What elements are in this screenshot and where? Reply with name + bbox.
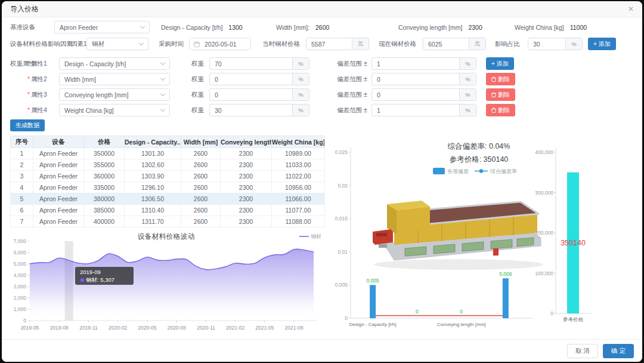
cancel-button[interactable]: 取 消 <box>567 344 598 358</box>
chevron-down-icon <box>160 60 165 65</box>
impact-value[interactable] <box>528 38 565 50</box>
delete-attribute-button[interactable]: 删除 <box>486 73 515 85</box>
add-factor-button[interactable]: +添加 <box>588 38 616 50</box>
plusminus-label: ± <box>364 57 367 69</box>
confirm-button[interactable]: 确 定 <box>603 344 634 358</box>
table-cell: Apron Feeder <box>33 193 84 205</box>
table-cell: 1296.10 <box>125 182 181 193</box>
weight-input[interactable]: % <box>209 73 309 85</box>
delete-attribute-button[interactable]: 删除 <box>486 104 515 116</box>
attribute-label: *属性3 <box>27 88 47 100</box>
factor1-label: *因素1 <box>67 38 87 50</box>
factor1-select[interactable]: 钢材 <box>86 38 148 50</box>
weight-input[interactable]: % <box>209 88 309 101</box>
table-cell: Apron Feeder <box>33 159 84 171</box>
table-cell: 2 <box>11 159 33 171</box>
deviation-input[interactable]: % <box>371 57 476 70</box>
chevron-down-icon <box>140 24 145 29</box>
yuan-unit: 元 <box>469 38 485 50</box>
now-price-input[interactable]: 元 <box>423 38 486 50</box>
table-cell: 360000 <box>84 171 125 182</box>
generate-data-button[interactable]: 生成数据 <box>10 119 45 131</box>
now-price-value[interactable] <box>423 38 469 50</box>
attribute-select[interactable]: Design - Capacity [t/h] <box>59 57 170 70</box>
deviation-input[interactable]: % <box>371 88 476 101</box>
required-asterisk: * <box>27 60 30 67</box>
purchase-date-value[interactable] <box>200 38 250 50</box>
attribute-value: Design - Capacity [t/h] <box>64 60 161 67</box>
table-row[interactable]: 5Apron Feeder3800001306.502600230011066.… <box>11 193 325 205</box>
weight-attribute-row: *属性3Conveying length [mm]权重%偏差范围±%删除 <box>2 88 642 101</box>
weight-value[interactable] <box>210 104 292 116</box>
table-cell: 2300 <box>221 205 272 216</box>
deviation-value[interactable] <box>372 104 459 116</box>
reference-price-bar-chart[interactable]: 0100,000200,000300,000400,000350140参考价格 <box>518 130 640 337</box>
svg-text:2020-02: 2020-02 <box>109 325 127 331</box>
weight-attribute-row: *属性1Design - Capacity [t/h]权重%偏差范围±%+添加 <box>2 57 642 70</box>
attribute-select[interactable]: Conveying length [mm] <box>59 88 170 101</box>
deviation-value[interactable] <box>372 89 459 100</box>
table-cell: Apron Feeder <box>33 205 84 216</box>
table-cell: 1303.90 <box>125 171 181 182</box>
attribute-label: *属性2 <box>27 73 47 85</box>
table-cell: 10956.00 <box>272 182 325 193</box>
purchase-date-input[interactable] <box>189 38 251 50</box>
svg-text:5,000: 5,000 <box>14 261 27 267</box>
deviation-input[interactable]: % <box>371 104 476 116</box>
table-cell: Apron Feeder <box>33 148 84 159</box>
deviation-value[interactable] <box>372 73 459 85</box>
table-cell: 11022.00 <box>272 171 325 182</box>
weight-label: 权重 <box>191 73 204 85</box>
delete-attribute-button[interactable]: 删除 <box>486 88 515 101</box>
svg-text:2019-11: 2019-11 <box>79 325 98 331</box>
table-row[interactable]: 1Apron Feeder3500001301.302600230010989.… <box>11 148 325 159</box>
svg-text:0.01: 0.01 <box>338 249 348 255</box>
weight-input[interactable]: % <box>209 57 309 70</box>
material-price-line-chart[interactable]: 01,0002,0003,0004,0005,0006,0007,0002019… <box>8 230 324 334</box>
svg-text:4,000: 4,000 <box>14 272 27 278</box>
table-row[interactable]: 6Apron Feeder3850001310.402600230011077.… <box>11 205 325 216</box>
svg-text:Design - Capacity [t/h]: Design - Capacity [t/h] <box>349 322 397 327</box>
attribute-label: *属性1 <box>27 57 47 69</box>
close-icon[interactable]: ✕ <box>628 5 634 13</box>
table-cell: 2300 <box>221 193 272 205</box>
attribute-select[interactable]: Weight China [kg] <box>59 104 170 116</box>
table-column-header: Conveying length... <box>221 136 272 148</box>
table-cell: 10989.00 <box>272 148 325 159</box>
percent-unit: % <box>292 89 309 100</box>
then-price-input[interactable]: 元 <box>306 38 369 50</box>
table-cell: 2600 <box>181 148 221 159</box>
impact-input[interactable]: % <box>528 38 583 50</box>
table-cell: 3 <box>11 171 33 182</box>
weight-label: 权重 <box>191 104 204 116</box>
weight-value[interactable] <box>210 89 292 100</box>
svg-text:2021-02: 2021-02 <box>226 325 244 331</box>
add-attribute-button[interactable]: +添加 <box>486 57 514 70</box>
spec-value: 11000 <box>570 24 587 31</box>
attribute-select[interactable]: Width [mm] <box>59 73 170 85</box>
base-equipment-select[interactable]: Apron Feeder <box>54 21 150 33</box>
base-equipment-label: 基准设备 <box>10 21 35 33</box>
svg-text:1,000: 1,000 <box>14 306 27 312</box>
deviation-input[interactable]: % <box>371 73 476 85</box>
svg-text:综合偏差率: 综合偏差率 <box>490 168 517 174</box>
deviation-value[interactable] <box>372 58 459 69</box>
weight-value[interactable] <box>210 58 292 69</box>
spec-value: 2600 <box>315 24 329 31</box>
table-cell: 2300 <box>221 159 272 171</box>
chevron-down-icon <box>139 41 144 45</box>
table-cell: 400000 <box>84 216 125 227</box>
table-cell: 1 <box>11 148 33 159</box>
svg-text:7,000: 7,000 <box>14 238 27 244</box>
weight-input[interactable]: % <box>209 104 309 116</box>
table-cell: 2300 <box>221 148 272 159</box>
table-cell: Apron Feeder <box>33 171 84 182</box>
table-row[interactable]: 7Apron Feeder4000001311.702600230011088.… <box>11 216 325 227</box>
weight-label: 权重 <box>191 88 204 100</box>
then-price-value[interactable] <box>306 38 352 50</box>
table-row[interactable]: 3Apron Feeder3600001303.902600230011022.… <box>11 171 325 182</box>
table-row[interactable]: 2Apron Feeder3550001302.602600230011033.… <box>11 159 325 171</box>
yuan-unit: 元 <box>352 38 369 50</box>
table-row[interactable]: 4Apron Feeder3350001296.102600230010956.… <box>11 182 325 193</box>
weight-value[interactable] <box>210 73 292 85</box>
